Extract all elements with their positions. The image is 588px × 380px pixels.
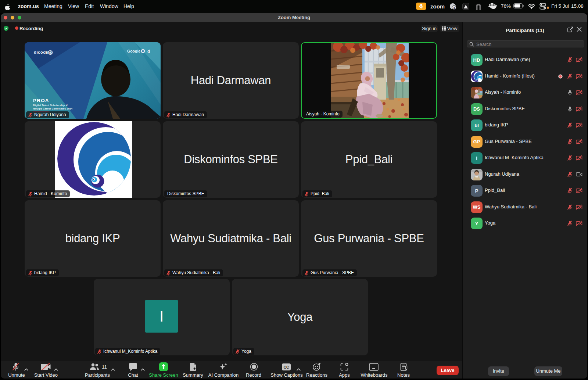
svg-text:Google: Google (127, 49, 140, 53)
svg-text:CC: CC (283, 365, 289, 369)
svg-text:Google Career Certificates 202: Google Career Certificates 2024 (33, 107, 72, 110)
svg-text:Digital Talent Scholarship ✕: Digital Talent Scholarship ✕ (33, 104, 68, 107)
svg-text:4: 4 (453, 6, 455, 10)
svg-text:d: d (147, 49, 150, 54)
svg-text:PROA: PROA (33, 98, 49, 103)
